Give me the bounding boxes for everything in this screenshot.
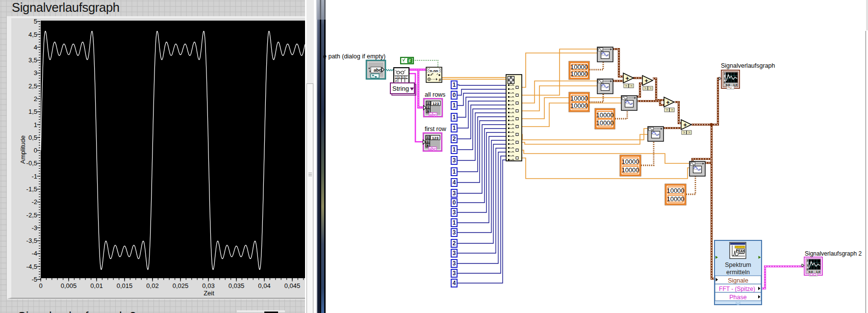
- svg-text:+: +: [666, 99, 670, 106]
- svg-text:4: 4: [34, 44, 37, 51]
- svg-text:0,0: 0,0: [809, 270, 813, 273]
- svg-text:123: 123: [433, 102, 439, 106]
- svg-text:all rows: all rows: [425, 91, 445, 98]
- svg-text:5: 5: [34, 18, 37, 25]
- svg-text:0,045: 0,045: [284, 282, 301, 289]
- svg-text:?!: ?!: [665, 108, 668, 112]
- svg-text:abc: abc: [374, 68, 382, 73]
- svg-text:n.nn: n.nn: [430, 69, 438, 73]
- svg-text:Amplitude: Amplitude: [19, 135, 26, 164]
- svg-text:FFT - (Spitze): FFT - (Spitze): [719, 286, 755, 292]
- svg-text:0: 0: [34, 147, 37, 154]
- svg-text:-3: -3: [31, 224, 37, 232]
- svg-text:0,035: 0,035: [229, 282, 245, 289]
- svg-text:e path (dialog if empty): e path (dialog if empty): [323, 53, 385, 60]
- svg-text:2: 2: [34, 95, 37, 103]
- svg-text:2: 2: [395, 79, 397, 82]
- svg-text:1,5: 1,5: [28, 108, 37, 115]
- svg-text:1: 1: [34, 121, 37, 129]
- svg-text:+: +: [644, 77, 648, 84]
- svg-text:-3,5: -3,5: [26, 237, 37, 244]
- svg-text:0,02: 0,02: [146, 282, 158, 289]
- svg-text:-1,5: -1,5: [26, 185, 37, 193]
- svg-text:2,5: 2,5: [28, 82, 37, 90]
- svg-text:0,5: 0,5: [28, 134, 37, 141]
- svg-text:first row: first row: [425, 126, 447, 132]
- svg-text:?!: ?!: [630, 84, 633, 88]
- svg-text:Signale: Signale: [728, 277, 748, 284]
- svg-text:?!: ?!: [625, 84, 628, 88]
- svg-text:0,01: 0,01: [90, 282, 102, 289]
- svg-text:-0,5: -0,5: [26, 159, 37, 167]
- svg-text:10000: 10000: [596, 119, 613, 127]
- svg-text:4,5: 4,5: [28, 31, 37, 38]
- svg-text:+: +: [683, 121, 687, 129]
- svg-text:ermitteln: ermitteln: [726, 269, 750, 276]
- svg-text:+: +: [625, 75, 629, 82]
- svg-text:abc: abc: [430, 112, 437, 117]
- svg-text:10000: 10000: [621, 166, 639, 174]
- svg-text:Phase: Phase: [729, 294, 746, 301]
- svg-text:123: 123: [432, 136, 439, 140]
- svg-text:10000: 10000: [570, 102, 588, 109]
- svg-text:PEAK: PEAK: [736, 249, 745, 253]
- svg-text:3,5: 3,5: [28, 56, 37, 64]
- svg-text:0,04: 0,04: [258, 282, 270, 289]
- svg-text:?!: ?!: [688, 131, 690, 134]
- svg-text:10000: 10000: [570, 95, 588, 102]
- svg-text:10000: 10000: [621, 158, 639, 165]
- svg-text:?!: ?!: [644, 87, 647, 90]
- svg-text:?!: ?!: [649, 87, 652, 90]
- svg-text:abc: abc: [429, 147, 436, 152]
- svg-text:-2: -2: [31, 198, 37, 206]
- svg-text:10000: 10000: [570, 70, 588, 78]
- svg-text:?!: ?!: [683, 131, 686, 134]
- svg-text:1: 1: [395, 76, 397, 79]
- svg-text:Zeit: Zeit: [204, 289, 214, 297]
- svg-text:-1: -1: [31, 173, 37, 180]
- svg-text:String: String: [392, 85, 409, 92]
- svg-text:Signalverlaufsgraph 2: Signalverlaufsgraph 2: [805, 250, 862, 257]
- svg-text:10000: 10000: [596, 111, 613, 119]
- svg-text:10000: 10000: [666, 195, 684, 203]
- svg-text:?!: ?!: [670, 108, 673, 112]
- svg-text:#: #: [438, 78, 441, 82]
- svg-text:0,005: 0,005: [61, 282, 77, 289]
- svg-text:F: F: [408, 58, 411, 63]
- svg-text:1,0: 1,0: [816, 270, 820, 273]
- svg-text:10000: 10000: [666, 187, 684, 194]
- svg-text:Spektrum: Spektrum: [725, 261, 751, 268]
- svg-text:3: 3: [34, 69, 37, 77]
- svg-text:C: C: [406, 76, 408, 79]
- svg-text:-2,5: -2,5: [26, 211, 37, 219]
- svg-text:Signalverlaufsgraph: Signalverlaufsgraph: [721, 62, 775, 69]
- svg-text:-5: -5: [31, 276, 37, 283]
- svg-text:0,03: 0,03: [202, 282, 214, 289]
- svg-text:-4: -4: [31, 250, 37, 257]
- svg-text:0: 0: [39, 282, 42, 289]
- svg-text:0,025: 0,025: [173, 282, 189, 289]
- svg-text:0,015: 0,015: [117, 282, 133, 289]
- svg-text:-4,5: -4,5: [26, 263, 37, 270]
- svg-text:10000: 10000: [570, 63, 588, 71]
